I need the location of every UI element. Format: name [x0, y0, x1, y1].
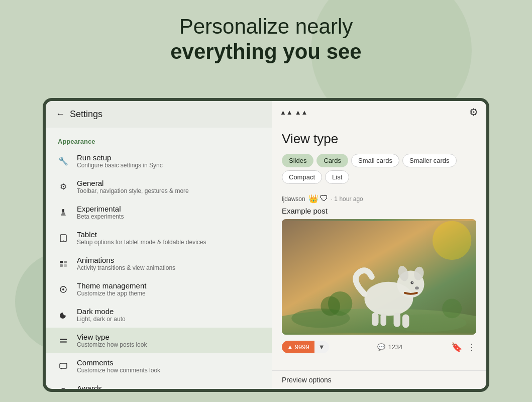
crown-icon: 👑	[308, 194, 318, 204]
awards-title: Awards	[77, 384, 169, 389]
view-panel-header: ▲▲ ▲▲ ⚙	[272, 101, 486, 123]
awards-icon	[58, 386, 69, 389]
dark-mode-title: Dark mode	[77, 307, 126, 316]
upvote-button[interactable]: ▲ 9999	[282, 341, 314, 353]
tab-list[interactable]: List	[325, 170, 349, 184]
svg-rect-25	[402, 314, 409, 328]
settings-item-experimental[interactable]: Experimental Beta experiments	[46, 199, 272, 225]
settings-item-dark-mode[interactable]: Dark mode Light, dark or auto	[46, 302, 272, 328]
vote-count: 9999	[295, 343, 309, 351]
downvote-button[interactable]: ▼	[314, 341, 329, 353]
post-meta: ljdawson 👑 🛡 · 1 hour ago	[282, 194, 476, 204]
tab-cards[interactable]: Cards	[316, 154, 348, 167]
general-subtitle: Toolbar, navigation style, gestures & mo…	[77, 187, 189, 194]
run-setup-text: Run setup Configure basic settings in Sy…	[77, 153, 163, 169]
animations-title: Animations	[77, 256, 175, 264]
view-type-title-text: View type	[77, 333, 147, 341]
comment-bubble-icon: 💬	[377, 343, 385, 351]
post-username: ljdawson	[282, 195, 305, 203]
settings-item-animations[interactable]: Animations Activity transitions & view a…	[46, 251, 272, 276]
svg-rect-27	[380, 314, 386, 326]
view-type-heading: View type	[282, 131, 476, 147]
post-time: · 1 hour ago	[331, 195, 363, 203]
tab-slides[interactable]: Slides	[282, 154, 313, 167]
settings-item-general[interactable]: ⚙ General Toolbar, navigation style, ges…	[46, 174, 272, 199]
svg-point-12	[61, 388, 66, 389]
view-type-text: View type Customize how posts look	[77, 333, 147, 348]
dark-mode-subtitle: Light, dark or auto	[77, 316, 126, 323]
comment-area[interactable]: 💬 1234	[377, 343, 402, 351]
settings-item-view-type[interactable]: View type Customize how posts look	[46, 328, 272, 353]
settings-item-tablet[interactable]: Tablet Setup options for tablet mode & f…	[46, 225, 272, 251]
svg-rect-6	[64, 264, 67, 267]
tab-smaller-cards[interactable]: Smaller cards	[402, 154, 456, 167]
more-options-icon[interactable]: ⋮	[467, 342, 476, 353]
view-type-icon	[58, 335, 69, 346]
svg-point-21	[415, 286, 419, 289]
view-type-subtitle: Customize how posts look	[77, 341, 147, 348]
tablet-text: Tablet Setup options for tablet mode & f…	[77, 230, 206, 246]
vote-area: ▲ 9999 ▼	[282, 341, 329, 353]
comments-subtitle: Customize how comments look	[77, 367, 160, 374]
back-button[interactable]: ←	[56, 109, 65, 120]
tablet-icon	[58, 233, 69, 244]
settings-item-comments[interactable]: Comments Customize how comments look	[46, 353, 272, 379]
svg-point-23	[412, 282, 413, 283]
svg-point-31	[442, 299, 462, 319]
theme-subtitle: Customize the app theme	[77, 290, 146, 297]
preview-options-label: Preview options	[282, 376, 332, 384]
settings-gear-icon[interactable]: ⚙	[469, 106, 478, 118]
settings-item-run-setup[interactable]: 🔧 Run setup Configure basic settings in …	[46, 148, 272, 174]
theme-text: Theme management Customize the app theme	[77, 281, 146, 297]
run-setup-icon: 🔧	[58, 156, 69, 167]
settings-panel: ← Settings Appearance 🔧 Run setup Config…	[46, 101, 272, 389]
svg-point-28	[433, 221, 471, 260]
comment-count: 1234	[388, 343, 402, 351]
run-setup-title: Run setup	[77, 153, 163, 162]
tablet-title: Tablet	[77, 230, 206, 239]
svg-rect-3	[60, 261, 63, 263]
svg-rect-24	[394, 313, 401, 327]
animations-icon	[58, 258, 69, 269]
post-title: Example post	[282, 207, 476, 215]
theme-icon	[58, 284, 69, 295]
svg-rect-9	[60, 339, 67, 340]
post-actions: ▲ 9999 ▼ 💬 1234 🔖 ⋮	[282, 341, 476, 353]
experimental-title: Experimental	[77, 205, 124, 213]
svg-point-8	[62, 288, 64, 290]
signal-icon: ▲▲	[295, 109, 308, 116]
awards-text: Awards Customize how awards are shown	[77, 384, 169, 389]
preview-options-bar: Preview options	[272, 370, 486, 389]
experimental-text: Experimental Beta experiments	[77, 205, 124, 220]
bookmark-icon[interactable]: 🔖	[451, 342, 462, 353]
animations-text: Animations Activity transitions & view a…	[77, 256, 175, 271]
status-icons: ▲▲ ▲▲	[280, 109, 307, 116]
device-frame: ← Settings Appearance 🔧 Run setup Config…	[43, 98, 489, 392]
comments-text: Comments Customize how comments look	[77, 358, 160, 374]
settings-body: Appearance 🔧 Run setup Configure basic s…	[46, 128, 272, 389]
dark-mode-icon	[58, 310, 69, 321]
animations-subtitle: Activity transitions & view animations	[77, 264, 175, 271]
svg-point-30	[321, 296, 340, 316]
svg-rect-10	[60, 341, 67, 343]
tab-small-cards[interactable]: Small cards	[351, 154, 399, 167]
shield-icon: 🛡	[320, 194, 328, 204]
svg-rect-26	[372, 313, 379, 326]
tab-compact[interactable]: Compact	[282, 170, 322, 184]
general-title: General	[77, 179, 189, 187]
settings-item-awards[interactable]: Awards Customize how awards are shown	[46, 379, 272, 389]
downvote-arrow-icon: ▼	[318, 343, 325, 351]
svg-rect-5	[60, 264, 63, 267]
settings-title: Settings	[70, 109, 102, 120]
svg-rect-11	[60, 363, 67, 368]
device-screen: ← Settings Appearance 🔧 Run setup Config…	[46, 101, 486, 389]
view-type-tabs: Slides Cards Small cards Smaller cards C…	[282, 154, 476, 184]
comments-icon	[58, 361, 69, 372]
header-line2: everything you see	[0, 39, 532, 64]
header-line1: Personalize nearly	[0, 14, 532, 39]
comments-title: Comments	[77, 358, 160, 367]
wifi-icon: ▲▲	[280, 109, 293, 116]
post-actions-right: 🔖 ⋮	[451, 342, 476, 353]
settings-item-theme[interactable]: Theme management Customize the app theme	[46, 276, 272, 302]
dark-mode-text: Dark mode Light, dark or auto	[77, 307, 126, 323]
